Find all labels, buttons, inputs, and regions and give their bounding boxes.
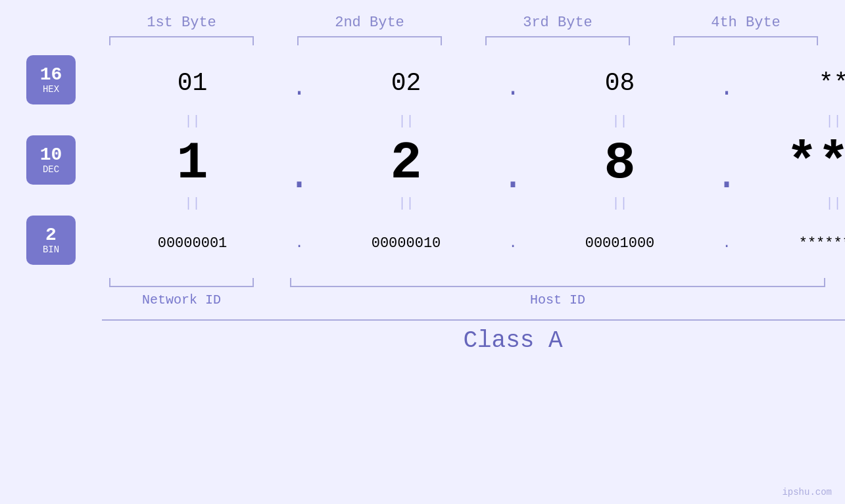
class-a-label: Class A — [102, 327, 845, 354]
bin-dot1: . — [295, 235, 303, 252]
hex-b4: ** — [819, 69, 845, 97]
host-id-label: Host ID — [530, 292, 585, 308]
hex-badge: 16 HEX — [26, 55, 76, 104]
class-a-section: Class A — [102, 319, 845, 354]
bin-badge: 2 BIN — [26, 216, 76, 265]
eq2-c3: || — [529, 195, 710, 212]
dec-b3: 8 — [604, 133, 635, 193]
bin-dot2: . — [508, 235, 517, 252]
hex-b3: 08 — [605, 69, 635, 97]
eq2-c1: || — [102, 195, 283, 212]
dec-b4: *** — [786, 133, 845, 193]
eq1-c1: || — [102, 112, 283, 130]
network-id-label: Network ID — [142, 292, 221, 308]
bin-b1: 00000001 — [158, 235, 228, 252]
dec-b2: 2 — [390, 133, 422, 193]
dec-dot3: . — [715, 154, 738, 199]
watermark: ipshu.com — [782, 487, 832, 497]
eq2-c4: || — [743, 195, 845, 212]
dec-b1: 1 — [176, 133, 208, 193]
main-container: 1st Byte 2nd Byte 3rd Byte 4th Byte — [0, 0, 845, 504]
hex-b2: 02 — [391, 69, 422, 97]
host-id-bracket: Host ID — [290, 278, 825, 308]
bin-dot3: . — [722, 235, 731, 252]
dec-dot1: . — [287, 154, 311, 199]
eq1-c3: || — [529, 112, 710, 130]
hex-dot3: . — [719, 75, 734, 102]
byte3-header: 3rd Byte — [478, 14, 637, 31]
bracket-top-1 — [102, 36, 261, 45]
byte2-header: 2nd Byte — [290, 14, 449, 31]
dec-badge: 10 DEC — [26, 135, 76, 185]
bin-b4: ******** — [799, 235, 845, 252]
network-id-bracket: Network ID — [102, 278, 261, 308]
bracket-top-4 — [666, 36, 825, 45]
bracket-top-3 — [478, 36, 637, 45]
bin-b3: 00001000 — [585, 235, 655, 252]
hex-dot2: . — [506, 75, 520, 102]
hex-dot1: . — [292, 75, 306, 102]
hex-b1: 01 — [178, 69, 208, 97]
eq2-c2: || — [316, 195, 496, 212]
byte1-header: 1st Byte — [102, 14, 261, 31]
bin-b2: 00000010 — [372, 235, 441, 252]
bracket-top-2 — [290, 36, 449, 45]
eq1-c4: || — [743, 112, 845, 130]
byte4-header: 4th Byte — [666, 14, 825, 31]
eq1-c2: || — [316, 112, 496, 130]
dec-dot2: . — [501, 154, 525, 199]
